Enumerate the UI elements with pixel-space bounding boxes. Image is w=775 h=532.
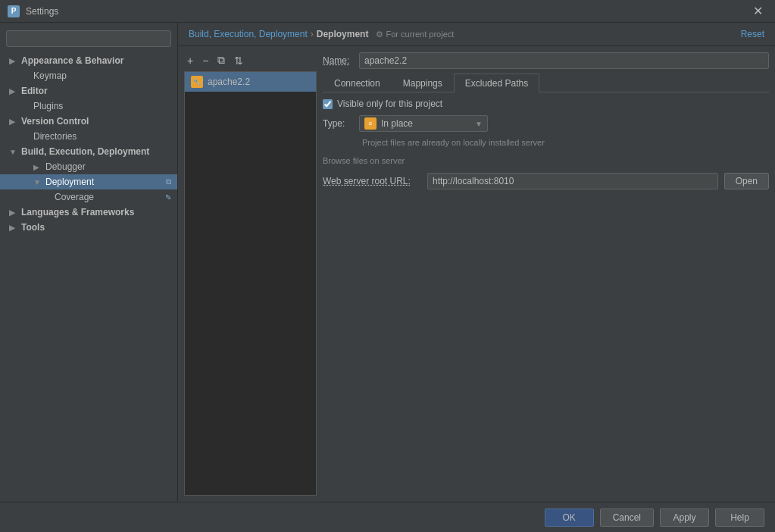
tab-content-connection: Visible only for this project Type: ≡ In… [323, 99, 769, 496]
arrow-icon: ▶ [9, 117, 18, 126]
sidebar-item-tools[interactable]: ▶ Tools [0, 220, 177, 235]
move-server-button[interactable]: ⇅ [231, 52, 246, 68]
edit-icon: ✎ [165, 193, 171, 202]
arrow-icon: ▼ [9, 148, 18, 156]
name-row: Name: [323, 52, 769, 69]
visible-only-checkbox[interactable] [323, 99, 333, 109]
help-button[interactable]: Help [715, 509, 764, 527]
sidebar-item-version-control[interactable]: ▶ Version Control [0, 114, 177, 129]
main-container: ▶ Appearance & Behavior Keymap ▶ Editor … [0, 23, 775, 502]
arrow-icon: ▶ [9, 87, 18, 95]
tab-connection-label: Connection [334, 78, 380, 89]
sidebar-item-label: Tools [21, 222, 45, 233]
dropdown-arrow-icon: ▼ [475, 120, 483, 128]
sidebar-item-editor[interactable]: ▶ Editor [0, 83, 177, 99]
type-hint: Project files are already on locally ins… [323, 138, 769, 147]
visible-only-row: Visible only for this project [323, 99, 769, 109]
server-list-panel: + − ⧉ ⇅ 🔧 apache2.2 [184, 52, 317, 496]
app-icon: P [8, 5, 20, 17]
name-label: Name: [323, 55, 353, 66]
breadcrumb-left: Build, Execution, Deployment › Deploymen… [189, 29, 454, 39]
name-input[interactable] [359, 52, 769, 69]
sidebar: ▶ Appearance & Behavior Keymap ▶ Editor … [0, 23, 178, 502]
copy-server-button[interactable]: ⧉ [214, 52, 228, 68]
apply-button[interactable]: Apply [660, 509, 709, 527]
server-toolbar: + − ⧉ ⇅ [184, 52, 317, 68]
sidebar-item-debugger[interactable]: ▶ Debugger [0, 159, 177, 174]
type-label: Type: [323, 118, 353, 129]
sidebar-item-label: Plugins [33, 101, 63, 111]
arrow-icon: ▶ [9, 57, 18, 65]
browse-label: Browse files on server [323, 156, 769, 165]
url-input[interactable] [427, 173, 718, 189]
tab-mappings[interactable]: Mappings [392, 74, 454, 92]
sidebar-item-label: Languages & Frameworks [21, 207, 134, 217]
sidebar-item-label: Coverage [55, 192, 94, 202]
server-list: 🔧 apache2.2 [184, 71, 317, 496]
tab-connection[interactable]: Connection [323, 74, 392, 92]
sidebar-item-label: Directories [33, 131, 77, 142]
reset-button[interactable]: Reset [741, 29, 764, 39]
breadcrumb-current: Deployment [317, 29, 369, 39]
content-area: Build, Execution, Deployment › Deploymen… [178, 23, 775, 502]
sidebar-item-appearance[interactable]: ▶ Appearance & Behavior [0, 53, 177, 68]
bottom-bar: OK Cancel Apply Help [0, 502, 775, 532]
type-row: Type: ≡ In place ▼ [323, 115, 769, 132]
add-server-button[interactable]: + [184, 52, 196, 68]
sidebar-item-label: Deployment [45, 177, 94, 187]
title-bar: P Settings ✕ [0, 0, 775, 23]
server-name: apache2.2 [208, 77, 250, 87]
url-label: Web server root URL: [323, 176, 421, 186]
server-list-item[interactable]: 🔧 apache2.2 [185, 72, 316, 92]
visible-only-label: Visible only for this project [337, 99, 442, 109]
cancel-button[interactable]: Cancel [600, 509, 654, 527]
breadcrumb-project: ⚙ For current project [376, 30, 454, 39]
tabs: Connection Mappings Excluded Paths [323, 74, 769, 92]
window-title: Settings [26, 6, 58, 17]
tab-excluded-paths[interactable]: Excluded Paths [454, 74, 539, 92]
close-button[interactable]: ✕ [748, 2, 767, 20]
search-input[interactable] [6, 30, 171, 47]
sidebar-item-languages[interactable]: ▶ Languages & Frameworks [0, 205, 177, 220]
type-select[interactable]: ≡ In place ▼ [359, 115, 488, 132]
sidebar-item-plugins[interactable]: Plugins [0, 99, 177, 114]
url-row: Web server root URL: Open [323, 173, 769, 189]
breadcrumb: Build, Execution, Deployment › Deploymen… [178, 23, 775, 46]
title-bar-left: P Settings [8, 5, 58, 17]
sidebar-item-directories[interactable]: Directories [0, 129, 177, 144]
copy-icon: ⧉ [166, 177, 171, 186]
sidebar-item-label: Build, Execution, Deployment [21, 146, 149, 157]
arrow-icon: ▼ [33, 178, 42, 186]
tab-excluded-paths-label: Excluded Paths [465, 78, 528, 89]
sidebar-item-build-exec-deploy[interactable]: ▼ Build, Execution, Deployment [0, 144, 177, 159]
tab-mappings-label: Mappings [403, 78, 442, 89]
arrow-icon: ▶ [33, 163, 42, 171]
type-value: In place [381, 118, 470, 129]
config-panel: Name: Connection Mappings Excluded Paths [323, 52, 769, 496]
deployment-content: + − ⧉ ⇅ 🔧 apache2.2 [178, 46, 775, 502]
arrow-icon: ▶ [9, 208, 18, 217]
sidebar-item-label: Appearance & Behavior [21, 55, 123, 66]
sidebar-item-keymap[interactable]: Keymap [0, 68, 177, 83]
open-button[interactable]: Open [724, 173, 769, 189]
server-icon-label: 🔧 [193, 79, 201, 86]
remove-server-button[interactable]: − [199, 52, 211, 68]
sidebar-item-label: Keymap [33, 70, 67, 81]
breadcrumb-link[interactable]: Build, Execution, Deployment [189, 29, 308, 39]
breadcrumb-arrow: › [311, 29, 314, 39]
sidebar-item-label: Editor [21, 86, 48, 96]
sidebar-item-label: Version Control [21, 116, 89, 127]
sidebar-item-label: Debugger [45, 161, 86, 172]
sidebar-item-deployment[interactable]: ▼ Deployment ⧉ [0, 174, 177, 189]
sidebar-item-coverage[interactable]: Coverage ✎ [0, 189, 177, 205]
arrow-icon: ▶ [9, 224, 18, 232]
ok-button[interactable]: OK [545, 509, 594, 527]
server-icon: 🔧 [191, 76, 203, 88]
type-icon: ≡ [364, 117, 377, 130]
